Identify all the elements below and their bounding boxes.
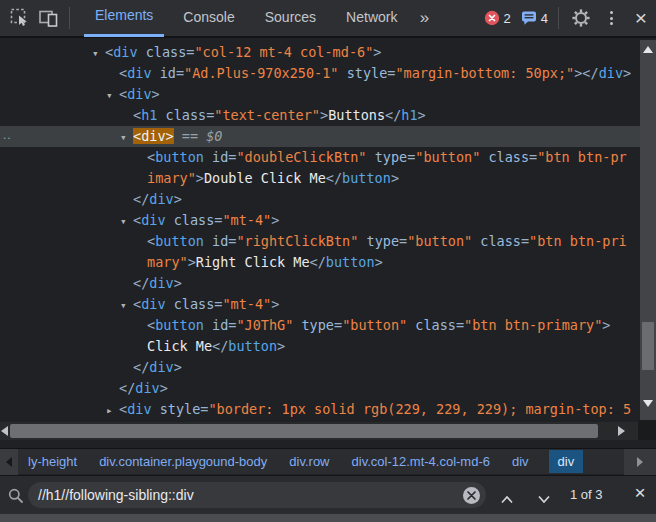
twisty-spacer [120,358,133,379]
breadcrumb: ly-heightdiv.container.playgound-bodydiv… [26,450,583,473]
code-token-attr: class [166,296,215,312]
tree-row[interactable]: <button id="rightClickBtn" type="button"… [0,231,640,252]
tree-row[interactable]: Click Me</button> [0,336,640,357]
scroll-down-icon[interactable] [643,400,653,407]
code-token-p: = [456,317,464,333]
breadcrumb-item-4[interactable]: div [510,450,531,473]
tree-row[interactable]: <h1 class="text-center">Buttons</h1> [0,105,640,126]
breadcrumb-item-3[interactable]: div.col-12.mt-4.col-md-6 [350,450,492,473]
twisty-down-icon[interactable]: ▾ [120,127,133,148]
search-input[interactable]: //h1//following-sibling::div [28,482,486,508]
code-token-val: "col-12 mt-4 col-md-6" [194,44,373,60]
code-token-tag: div [127,65,151,81]
breadcrumb-item-1[interactable]: div.container.playgound-body [97,450,269,473]
breadcrumb-scroll-left-icon[interactable] [0,449,18,475]
next-match-icon[interactable] [537,490,551,508]
console-status: 2 4 [484,10,551,26]
code-token-p: </ [385,107,401,123]
tree-row[interactable]: </div> [0,378,640,399]
breadcrumb-item-0[interactable]: ly-height [26,450,79,473]
code-token-p: < [147,317,155,333]
twisty-right-icon[interactable]: ▸ [106,400,119,420]
scroll-up-icon[interactable] [643,46,653,53]
tree-row[interactable]: ▾<div class="mt-4"> [0,294,640,315]
code-token-attr: type [293,317,334,333]
code-token-p: = [521,233,529,249]
code-token-attr: style [152,401,201,417]
scroll-left-icon[interactable] [1,426,8,436]
close-devtools-icon[interactable]: × [626,3,656,33]
vertical-scrollbar[interactable] [640,40,656,420]
code-token-attr: class [480,149,529,165]
tree-row[interactable]: </div> [0,273,640,294]
code-token-val: "J0ThG" [236,317,293,333]
tree-row-selected[interactable]: ▾<div> == $0.. [0,126,640,147]
twisty-down-icon[interactable]: ▾ [120,211,133,232]
tree-row[interactable]: imary">Double Click Me</button> [0,168,640,189]
twisty-down-icon[interactable]: ▾ [120,295,133,316]
twisty-spacer [106,64,119,85]
error-icon[interactable] [484,10,500,26]
code-token-p: < [119,65,127,81]
code-token-p: ></ [574,65,598,81]
settings-gear-icon[interactable] [566,3,596,33]
tree-row[interactable]: </div> [0,357,640,378]
code-token-p: </ [133,191,149,207]
toolbar-divider [558,7,559,29]
tab-elements[interactable]: Elements [84,0,164,37]
tree-row[interactable]: <button id="doubleClickBtn" type="button… [0,147,640,168]
scroll-right-icon[interactable] [618,426,625,436]
code-token-attr: id [204,233,228,249]
tree-row[interactable]: <div id="Ad.Plus-970x250-1" style="margi… [0,63,640,84]
tree-row[interactable]: ▾<div class="mt-4"> [0,210,640,231]
error-count[interactable]: 2 [504,11,511,26]
tab-sources[interactable]: Sources [254,0,327,37]
code-token-tag: button [228,338,277,354]
code-token-tag: button [155,149,204,165]
code-token-val: "mt-4" [222,212,271,228]
tree-row[interactable]: </div> [0,189,640,210]
code-token-p: > [602,317,610,333]
devtools-toolbar: ElementsConsoleSourcesNetwork » 2 4 [0,0,656,38]
code-token-p: > [373,44,381,60]
previous-match-icon[interactable] [500,490,514,508]
code-token-val: mary" [147,254,188,270]
tree-row[interactable]: ▾<div> [0,84,640,105]
tree-row[interactable]: ▸<div style="border: 1px solid rgb(229, … [0,399,640,420]
twisty-spacer [134,337,147,358]
toggle-device-toolbar-icon[interactable] [34,3,62,33]
code-token-p: > [277,338,285,354]
code-token-p: = [334,317,342,333]
horizontal-scrollbar-thumb[interactable] [10,424,598,438]
twisty-spacer [120,274,133,295]
code-token-tag: div [149,275,173,291]
breadcrumb-item-selected[interactable]: div [549,450,584,473]
code-token-p: > [152,86,160,102]
twisty-down-icon[interactable]: ▾ [106,85,119,106]
code-token-p: </ [212,338,228,354]
breadcrumb-item-2[interactable]: div.row [287,450,331,473]
twisty-down-icon[interactable]: ▾ [92,43,105,64]
bottom-edge-strip [0,514,656,522]
tab-console[interactable]: Console [172,0,245,37]
tree-row[interactable]: mary">Right Click Me</button> [0,252,640,273]
overflow-menu-icon[interactable] [596,3,626,33]
clear-search-icon[interactable] [463,487,480,504]
inspect-element-icon[interactable] [6,3,34,33]
code-token-p: > [174,191,182,207]
tab-network[interactable]: Network [335,0,408,37]
more-tabs-icon[interactable]: » [412,3,436,33]
close-search-icon[interactable]: × [628,482,652,504]
console-messages-icon[interactable] [521,11,537,26]
search-query-text[interactable]: //h1//following-sibling::div [28,487,463,503]
vertical-scrollbar-thumb[interactable] [642,322,654,370]
code-token-p: < [147,149,155,165]
code-token-tag: div [149,359,173,375]
tree-row[interactable]: <button id="J0ThG" type="button" class="… [0,315,640,336]
horizontal-scrollbar[interactable] [0,422,638,440]
tree-row[interactable]: ▾<div class="col-12 mt-4 col-md-6"> [0,42,640,63]
code-token-meta: == $0 [174,128,223,144]
message-count[interactable]: 4 [541,11,548,26]
selection-ellipsis: .. [3,125,12,146]
breadcrumb-scroll-right-icon[interactable] [624,449,656,475]
